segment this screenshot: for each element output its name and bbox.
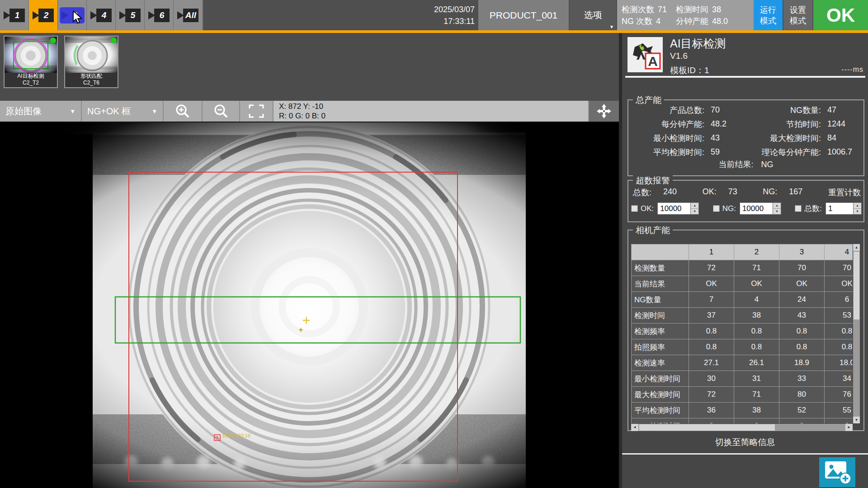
overlay-mode-dropdown[interactable]: NG+OK 框 ▼ (82, 101, 164, 122)
thumbnail-label: 形状匹配 C2_T6 (65, 73, 118, 87)
spinner-buttons[interactable]: ▲▼ (853, 202, 862, 215)
tool-thumbnail-row: AI目标检测 C2_T2 (0, 33, 619, 101)
zoom-in-button[interactable] (164, 101, 203, 122)
camera-stat-cell: 18.0 (825, 355, 853, 371)
camera-tab-6[interactable]: 6 (145, 0, 174, 30)
camera-image-viewport[interactable]: 伪 防伪:0.93:18 (0, 122, 619, 488)
camera-table-corner (632, 244, 689, 260)
camera-stat-cell: 0 (825, 418, 853, 424)
tool-title: AI目标检测 (670, 36, 726, 51)
table-horizontal-scrollbar[interactable]: ◄ ► (631, 424, 853, 431)
camera-stat-cell: 0.8 (779, 324, 825, 339)
camera-stat-cell: 0 (734, 418, 779, 424)
options-menu-button[interactable]: 选项 ▼ (570, 0, 616, 30)
camera-tab-4[interactable]: 4 (87, 0, 116, 30)
reset-count-button[interactable]: 重置计数 (828, 187, 861, 198)
total-limit-group: 总数: ▲▼ (795, 202, 862, 215)
table-vertical-scrollbar[interactable]: ▲ ▼ (853, 244, 860, 423)
options-label: 选项 (584, 9, 602, 21)
stat-value: 4 (656, 17, 660, 26)
camera-stat-cell: OK (825, 276, 853, 292)
camera-stats-row: 检测速率27.126.118.918.0 (632, 355, 853, 371)
chevron-down-icon: ▼ (609, 24, 614, 29)
ok-limit-group: OK: ▲▼ (631, 202, 699, 215)
settings-mode-button[interactable]: 设置 模式 (783, 0, 812, 30)
fit-to-screen-button[interactable] (240, 101, 274, 122)
ok-limit-spinner: ▲▼ (657, 202, 699, 215)
camera-stat-cell: 33 (779, 371, 825, 387)
camera-tab-All[interactable]: All (174, 0, 203, 30)
camera-stat-cell: OK (734, 276, 779, 292)
camera-stats-row: NG数量74246 (632, 292, 853, 308)
camera-tab-5[interactable]: 5 (116, 0, 145, 30)
global-result-indicator: OK (813, 0, 868, 30)
thumbnail-label: AI目标检测 C2_T2 (5, 73, 57, 87)
scroll-right-arrow-icon[interactable]: ► (845, 424, 853, 431)
status-dot-green (50, 38, 56, 43)
camera-tab-1[interactable]: 1 (0, 0, 29, 30)
camera-row-label: 检测频率 (632, 324, 689, 339)
cycle-time-ms: ----ms (809, 66, 863, 74)
switch-to-simple-info-button[interactable]: 切换至简略信息 (622, 435, 868, 450)
ng-limit-checkbox[interactable] (713, 205, 720, 212)
spinner-buttons[interactable]: ▲▼ (773, 202, 781, 215)
camera-row-label: 检测速率 (632, 355, 689, 371)
template-id: 模板ID：1 (670, 65, 709, 76)
camera-stats-row: 检测时间37384353 (632, 308, 853, 324)
stat-value: 38 (712, 5, 721, 14)
image-gallery-button[interactable] (819, 457, 855, 487)
stat-label: 检测时间 (676, 5, 708, 14)
camera-row-label: 当前结果 (632, 276, 689, 292)
image-view-toolbar: 原始图像 ▼ NG+OK 框 ▼ (0, 101, 619, 122)
product-selector-button[interactable]: PRODUCT_001 (478, 0, 569, 30)
ok-limit-input[interactable] (657, 202, 690, 215)
display-mode-dropdown[interactable]: 原始图像 ▼ (0, 101, 82, 122)
bottom-separator (622, 453, 868, 455)
camera-stat-cell: 72 (689, 387, 734, 403)
detection-score-tag: 防伪:0.93:18 (222, 433, 250, 438)
detection-box-glyph: 伪 (215, 436, 219, 440)
scroll-up-arrow-icon[interactable]: ▲ (853, 244, 860, 251)
pan-arrows-icon (596, 103, 612, 119)
camera-stat-cell: 31 (734, 371, 779, 387)
camera-stat-cell: 52 (779, 403, 825, 418)
camera-stat-cell: 71 (734, 387, 779, 403)
left-region: AI目标检测 C2_T2 (0, 33, 619, 488)
camera-stat-cell: 38 (734, 403, 779, 418)
camera-stat-cell: 55 (825, 403, 853, 418)
camera-stats-row: 最大检测时间72718076 (632, 387, 853, 403)
run-mode-button[interactable]: 运行 模式 (754, 0, 783, 30)
camera-stat-cell: 72 (689, 260, 734, 276)
tool-version: V1.6 (670, 51, 688, 61)
camera-stat-cell: 36 (689, 403, 734, 418)
scroll-down-arrow-icon[interactable]: ▼ (853, 417, 860, 423)
cursor-xy-text: X: 872 Y: -10 (279, 102, 326, 111)
camera-stats-row: 平均检测时间36385255 (632, 403, 853, 418)
thumbnail-shape-match[interactable]: 形状匹配 C2_T6 (64, 36, 118, 88)
camera-stat-cell: OK (779, 276, 825, 292)
ng-limit-input[interactable] (740, 202, 773, 215)
camera-stat-cell: 53 (825, 308, 853, 324)
total-limit-checkbox[interactable] (795, 205, 802, 212)
camera-stat-cell: OK (689, 276, 734, 292)
zoom-out-button[interactable] (203, 101, 240, 122)
total-limit-input[interactable] (826, 202, 853, 215)
spinner-buttons[interactable]: ▲▼ (690, 202, 699, 215)
camera-stat-cell: 37 (689, 308, 734, 324)
pan-tool-button[interactable] (589, 101, 619, 122)
camera-tab-2[interactable]: 2 (29, 0, 58, 30)
camera-stat-cell: 30 (689, 371, 734, 387)
camera-stats-row: 拍照频率0.80.80.80.8 (632, 339, 853, 355)
camera-stats-row: 最小检测时间30313334 (632, 371, 853, 387)
camera-stat-cell: 38 (734, 308, 779, 324)
thumbnail-ai-target-detect[interactable]: AI目标检测 C2_T2 (4, 36, 58, 88)
ok-limit-checkbox[interactable] (631, 205, 638, 212)
status-dot-green (111, 38, 117, 43)
scroll-left-arrow-icon[interactable]: ◄ (631, 424, 638, 431)
camera-row-label: 检测数量 (632, 260, 689, 276)
camera-column-header: 4 (825, 244, 853, 260)
scrollbar-thumb[interactable] (639, 424, 775, 431)
camera-icon: 1 (2, 7, 27, 23)
camera-stat-cell: 34 (825, 371, 853, 387)
scrollbar-thumb[interactable] (854, 252, 859, 319)
